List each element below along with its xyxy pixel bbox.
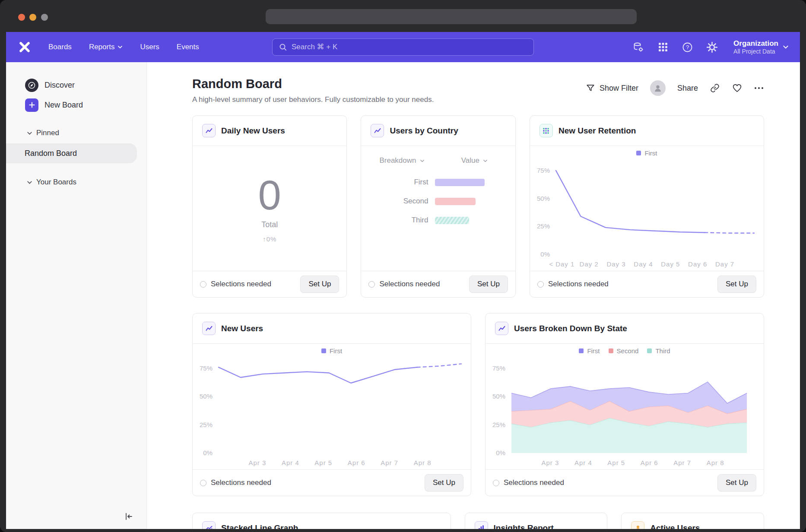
svg-text:Apr 6: Apr 6 bbox=[641, 459, 658, 466]
help-icon[interactable]: ? bbox=[682, 41, 693, 53]
status-badge: Selections needed bbox=[537, 280, 609, 288]
set-up-button[interactable]: Set Up bbox=[425, 474, 463, 491]
chevron-down-icon bbox=[27, 130, 32, 136]
chevron-down-icon bbox=[420, 158, 425, 163]
svg-text:Day 4: Day 4 bbox=[634, 260, 653, 268]
nav-label: Users bbox=[140, 43, 159, 51]
svg-text:Day 5: Day 5 bbox=[661, 260, 680, 268]
country-breakdown: Breakdown Value bbox=[361, 146, 515, 271]
show-filter-button[interactable]: Show Filter bbox=[586, 83, 638, 93]
area-chart-icon bbox=[495, 322, 508, 335]
minimize-window-button[interactable] bbox=[29, 14, 36, 21]
sidebar-item-label: Discover bbox=[44, 81, 75, 90]
card-users-by-state: Users Broken Down By State FirstSecondTh… bbox=[485, 313, 764, 496]
svg-text:0%: 0% bbox=[540, 250, 550, 258]
insights-report-icon bbox=[475, 521, 488, 529]
close-window-button[interactable] bbox=[18, 14, 25, 21]
card-new-users: New Users First75%50%25%0%Apr 3Apr 4Apr … bbox=[192, 313, 471, 496]
nav-item-events[interactable]: Events bbox=[177, 38, 199, 56]
status-badge: Selections needed bbox=[493, 478, 564, 487]
metric-label: Total bbox=[261, 220, 278, 229]
zoom-window-button[interactable] bbox=[41, 14, 48, 21]
card-daily-new-users: Daily New Users 0 Total ↑0% Selections n… bbox=[192, 115, 347, 298]
global-search[interactable] bbox=[272, 38, 534, 56]
card-title: Active Users bbox=[650, 523, 700, 529]
status-circle-icon bbox=[493, 480, 499, 486]
nav-item-users[interactable]: Users bbox=[140, 38, 159, 56]
stacked-line-graph-icon bbox=[202, 521, 216, 529]
set-up-button[interactable]: Set Up bbox=[469, 276, 508, 293]
set-up-button[interactable]: Set Up bbox=[717, 474, 756, 491]
avatar[interactable] bbox=[650, 80, 666, 96]
status-label: Selections needed bbox=[379, 280, 440, 288]
set-up-button[interactable]: Set Up bbox=[300, 276, 339, 293]
svg-text:Apr 5: Apr 5 bbox=[607, 459, 625, 466]
bar-label: Second bbox=[378, 197, 428, 206]
nav-item-reports[interactable]: Reports bbox=[89, 38, 123, 56]
app-content: Boards Reports Users Events bbox=[6, 32, 800, 529]
svg-text:Day 7: Day 7 bbox=[715, 260, 734, 268]
set-up-button[interactable]: Set Up bbox=[717, 276, 756, 293]
data-management-icon[interactable] bbox=[632, 41, 644, 53]
card-title: Daily New Users bbox=[221, 126, 285, 136]
value-select[interactable]: Value bbox=[461, 156, 488, 165]
svg-text:75%: 75% bbox=[537, 167, 550, 174]
svg-text:Apr 7: Apr 7 bbox=[673, 459, 691, 466]
card-insights-report: Insights Report bbox=[465, 513, 608, 529]
nav-item-boards[interactable]: Boards bbox=[48, 38, 72, 56]
favorite-heart-icon[interactable] bbox=[732, 83, 742, 93]
app-window: Boards Reports Users Events bbox=[0, 0, 806, 532]
svg-text:25%: 25% bbox=[200, 421, 213, 428]
breakdown-label: Breakdown bbox=[379, 156, 416, 165]
breakdown-select[interactable]: Breakdown bbox=[379, 156, 424, 165]
status-badge: Selections needed bbox=[200, 280, 271, 288]
mixpanel-logo-icon[interactable] bbox=[18, 41, 31, 54]
svg-text:25%: 25% bbox=[492, 421, 505, 428]
filter-funnel-icon bbox=[586, 83, 595, 93]
search-icon bbox=[279, 43, 287, 51]
svg-text:Apr 3: Apr 3 bbox=[541, 459, 559, 466]
page-subtitle: A high-level summary of user behaviors. … bbox=[192, 95, 434, 104]
svg-text:Apr 3: Apr 3 bbox=[248, 459, 266, 466]
card-users-by-country: Users by Country Breakdown bbox=[361, 115, 515, 298]
discover-compass-icon bbox=[25, 79, 38, 92]
svg-text:Apr 4: Apr 4 bbox=[574, 459, 592, 466]
collapse-sidebar-button[interactable] bbox=[122, 510, 135, 523]
nav-label: Reports bbox=[89, 43, 115, 51]
section-label: Pinned bbox=[36, 129, 59, 137]
search-input[interactable] bbox=[292, 43, 527, 51]
status-badge: Selections needed bbox=[368, 280, 440, 288]
svg-text:50%: 50% bbox=[200, 393, 213, 400]
sidebar-item-new-board[interactable]: New Board bbox=[6, 95, 146, 115]
sidebar-item-discover[interactable]: Discover bbox=[6, 75, 146, 95]
svg-text:50%: 50% bbox=[492, 393, 505, 400]
address-bar[interactable] bbox=[266, 9, 637, 24]
apps-grid-icon[interactable] bbox=[657, 41, 669, 53]
svg-text:Day 6: Day 6 bbox=[688, 260, 707, 268]
status-circle-icon bbox=[200, 281, 206, 288]
sidebar-section-pinned[interactable]: Pinned bbox=[6, 124, 146, 142]
bar-label: First bbox=[378, 178, 428, 187]
status-label: Selections needed bbox=[211, 280, 271, 288]
sidebar-item-random-board[interactable]: Random Board bbox=[6, 143, 137, 163]
board-actions: Show Filter Share bbox=[586, 80, 764, 96]
settings-gear-icon[interactable] bbox=[706, 41, 718, 53]
navbar-actions: ? Organization All Project Data bbox=[632, 39, 789, 56]
sidebar-item-label: New Board bbox=[44, 101, 83, 110]
value-label: Value bbox=[461, 156, 479, 165]
svg-text:?: ? bbox=[686, 44, 689, 51]
copy-link-icon[interactable] bbox=[710, 83, 720, 93]
project-data-label: All Project Data bbox=[733, 48, 775, 56]
page-title: Random Board bbox=[192, 77, 434, 91]
bar-chart-icon bbox=[371, 124, 384, 137]
card-title: Users Broken Down By State bbox=[514, 324, 627, 333]
board-main: Random Board A high-level summary of use… bbox=[147, 62, 800, 529]
country-bar bbox=[435, 198, 476, 205]
share-button[interactable]: Share bbox=[677, 84, 698, 93]
nav-label: Boards bbox=[48, 43, 72, 51]
metric-body: 0 Total ↑0% bbox=[193, 146, 346, 271]
sidebar-section-your-boards[interactable]: Your Boards bbox=[6, 174, 146, 191]
more-options-icon[interactable] bbox=[754, 83, 764, 93]
top-navbar: Boards Reports Users Events bbox=[6, 32, 800, 62]
organization-switcher[interactable]: Organization All Project Data bbox=[733, 39, 789, 56]
